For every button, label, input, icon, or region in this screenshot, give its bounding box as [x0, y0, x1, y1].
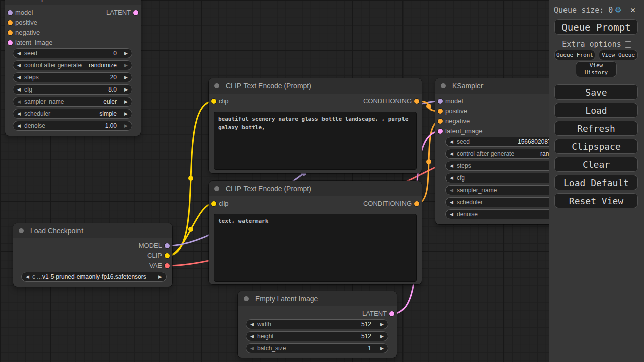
output-port-latent[interactable]: LATENT [238, 309, 397, 319]
decrement-arrow-icon[interactable]: ◀ [17, 49, 21, 58]
extra-options-checkbox[interactable] [625, 41, 631, 48]
clip-port-dot[interactable] [165, 253, 170, 258]
output-port-latent[interactable]: LATENT [5, 8, 141, 18]
node-load-checkpoint[interactable]: Load Checkpoint MODEL CLIP VAE ◀ c ... v… [13, 223, 172, 287]
decrement-arrow-icon[interactable]: ◀ [450, 161, 453, 170]
conditioning-port-dot[interactable] [8, 30, 13, 35]
output-port-model[interactable]: MODEL [13, 241, 172, 251]
decrement-arrow-icon[interactable]: ◀ [250, 320, 254, 329]
conditioning-port-dot[interactable] [438, 109, 443, 114]
decrement-arrow-icon[interactable]: ◀ [450, 137, 453, 146]
conditioning-port-dot[interactable] [414, 201, 419, 206]
widget-batch-size[interactable]: ◀ batch_size 1 ▶ [246, 343, 388, 353]
widget-seed[interactable]: ◀ seed 0 ▶ [13, 48, 132, 58]
increment-arrow-icon[interactable]: ▶ [124, 109, 128, 118]
decrement-arrow-icon[interactable]: ◀ [450, 198, 453, 207]
node-title-bar[interactable]: CLIP Text Encode (Prompt) [209, 78, 422, 94]
widget-sampler-name[interactable]: ◀ sampler_name euler ▶ [13, 97, 132, 107]
node-title: CLIP Text Encode (Prompt) [226, 181, 311, 196]
widget-cfg[interactable]: ◀ cfg 8.0 ▶ [13, 84, 132, 95]
queue-prompt-button[interactable]: Queue Prompt [554, 19, 638, 35]
decrement-arrow-icon[interactable]: ◀ [450, 186, 453, 195]
increment-arrow-icon[interactable]: ▶ [124, 85, 128, 94]
view-history-button[interactable]: View History [576, 61, 617, 77]
load-default-button[interactable]: Load Default [554, 175, 638, 190]
conditioning-port-dot[interactable] [438, 119, 443, 124]
clipspace-button[interactable]: Clipspace [554, 139, 638, 154]
decrement-arrow-icon[interactable]: ◀ [250, 332, 254, 341]
output-port-conditioning[interactable]: CONDITIONING [209, 96, 422, 106]
node-title-bar[interactable]: KSampler [5, 0, 141, 5]
decrement-arrow-icon[interactable]: ◀ [450, 210, 453, 219]
conditioning-port-dot[interactable] [414, 99, 419, 104]
decrement-arrow-icon[interactable]: ◀ [17, 61, 21, 70]
save-button[interactable]: Save [554, 84, 638, 100]
collapse-dot-icon[interactable] [214, 83, 219, 88]
model-port-dot[interactable] [438, 99, 443, 104]
collapse-dot-icon[interactable] [19, 228, 24, 233]
widget-height[interactable]: ◀ height 512 ▶ [246, 331, 388, 341]
latent-port-dot[interactable] [8, 40, 13, 45]
settings-gear-icon[interactable]: ⚙ [615, 4, 621, 15]
input-port-latent-image[interactable]: latent_image [5, 38, 141, 48]
collapse-dot-icon[interactable] [441, 83, 446, 88]
increment-arrow-icon[interactable]: ▶ [124, 73, 128, 82]
output-port-conditioning[interactable]: CONDITIONING [209, 199, 422, 209]
vae-port-dot[interactable] [165, 263, 170, 268]
input-port-negative[interactable]: negative [5, 28, 141, 38]
input-port-positive[interactable]: positive [5, 18, 141, 28]
collapse-dot-icon[interactable] [244, 296, 249, 301]
clear-button[interactable]: Clear [554, 157, 638, 172]
node-clip-text-encode-negative[interactable]: CLIP Text Encode (Prompt) clip CONDITION… [209, 181, 422, 284]
collapse-dot-icon[interactable] [214, 186, 219, 191]
widget-steps[interactable]: ◀ steps 20 ▶ [13, 72, 132, 82]
latent-port-dot[interactable] [389, 311, 394, 316]
node-title-bar[interactable]: Empty Latent Image [238, 291, 397, 306]
increment-arrow-icon[interactable]: ▶ [380, 344, 384, 353]
conditioning-port-dot[interactable] [8, 20, 13, 25]
output-port-clip[interactable]: CLIP [13, 251, 172, 261]
decrement-arrow-icon[interactable]: ◀ [17, 85, 21, 94]
reset-view-button[interactable]: Reset View [554, 193, 638, 208]
increment-arrow-icon[interactable]: ▶ [124, 97, 128, 106]
widget-label: scheduler [457, 198, 483, 207]
node-empty-latent-image[interactable]: Empty Latent Image LATENT ◀ width 512 ▶ … [238, 291, 397, 358]
node-title-bar[interactable]: Load Checkpoint [13, 223, 172, 238]
close-icon[interactable]: ✕ [630, 5, 635, 15]
widget-ckpt-name[interactable]: ◀ c ... v1-5-pruned-emaonly-fp16.safeten… [21, 272, 167, 282]
prompt-textarea[interactable]: text, watermark [214, 214, 417, 282]
load-button[interactable]: Load [554, 103, 638, 118]
decrement-arrow-icon[interactable]: ◀ [17, 73, 21, 82]
view-queue-button[interactable]: View Queue [599, 50, 638, 60]
widget-label: denoise [24, 121, 45, 130]
increment-arrow-icon[interactable]: ▶ [380, 332, 384, 341]
decrement-arrow-icon[interactable]: ◀ [450, 149, 453, 158]
increment-arrow-icon[interactable]: ▶ [124, 49, 128, 58]
increment-arrow-icon[interactable]: ▶ [158, 272, 162, 281]
decrement-arrow-icon[interactable]: ◀ [450, 173, 453, 183]
queue-front-button[interactable]: Queue Front [554, 50, 595, 60]
port-label: VAE [149, 261, 162, 271]
node-ksampler-left[interactable]: KSampler model positive negative latent_… [5, 0, 141, 136]
model-port-dot[interactable] [165, 243, 170, 248]
widget-scheduler[interactable]: ◀ scheduler simple ▶ [13, 109, 132, 119]
decrement-arrow-icon[interactable]: ◀ [26, 272, 29, 281]
widget-value: simple [99, 109, 117, 118]
increment-arrow-icon[interactable]: ▶ [124, 61, 128, 70]
node-title-bar[interactable]: CLIP Text Encode (Prompt) [209, 181, 422, 196]
increment-arrow-icon[interactable]: ▶ [124, 121, 128, 130]
refresh-button[interactable]: Refresh [554, 121, 638, 136]
latent-port-dot[interactable] [438, 129, 443, 134]
decrement-arrow-icon[interactable]: ◀ [250, 344, 254, 353]
widget-width[interactable]: ◀ width 512 ▶ [246, 319, 388, 329]
decrement-arrow-icon[interactable]: ◀ [17, 109, 21, 118]
latent-port-dot[interactable] [133, 10, 138, 15]
widget-control-after-generate[interactable]: ◀ control after generate randomize ▶ [13, 60, 132, 70]
decrement-arrow-icon[interactable]: ◀ [17, 97, 21, 106]
widget-denoise[interactable]: ◀ denoise 1.00 ▶ [13, 121, 132, 131]
node-clip-text-encode-positive[interactable]: CLIP Text Encode (Prompt) clip CONDITION… [209, 78, 422, 173]
decrement-arrow-icon[interactable]: ◀ [17, 121, 21, 130]
increment-arrow-icon[interactable]: ▶ [380, 320, 384, 329]
output-port-vae[interactable]: VAE [13, 261, 172, 271]
prompt-textarea[interactable]: beautiful scenery nature glass bottle la… [214, 112, 417, 170]
